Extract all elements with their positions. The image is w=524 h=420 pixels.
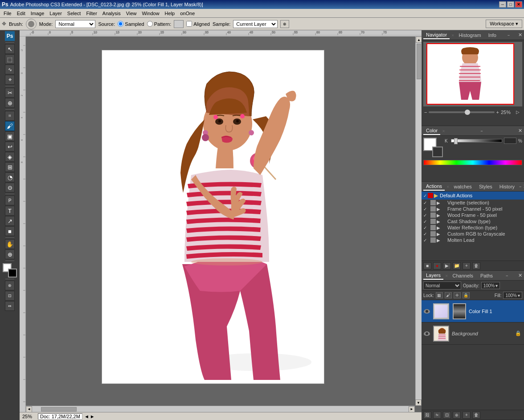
action-rgb-grayscale[interactable]: ✓ ▶ Custom RGB to Grayscale [422, 231, 524, 237]
background-color[interactable] [8, 269, 17, 277]
navigator-collapse-btn[interactable]: − [508, 33, 510, 37]
menu-image[interactable]: Image [28, 10, 47, 17]
tab-history[interactable]: History [497, 183, 517, 190]
nav-arrow-left[interactable]: ◄ [84, 414, 89, 419]
link-layers-btn[interactable]: ⛓ [423, 412, 431, 419]
layer-eye-1[interactable] [423, 308, 430, 315]
fill-value-area[interactable]: 100% ▾ [503, 292, 522, 299]
sampled-radio-label[interactable]: Sampled [118, 21, 144, 27]
play-btn[interactable]: ▶ [443, 262, 451, 269]
lock-position-btn[interactable]: ✛ [454, 292, 461, 298]
blur-tool[interactable]: ◔ [5, 172, 15, 182]
layer-color-fill-1[interactable]: Color Fill 1 [422, 300, 524, 322]
color-close-btn[interactable]: ✕ [518, 128, 522, 134]
layer-background[interactable]: Background 🔒 [422, 322, 524, 345]
quick-mask-btn[interactable]: ⊛ [5, 281, 15, 290]
menu-help[interactable]: Help [162, 10, 178, 17]
menu-select[interactable]: Select [65, 10, 84, 17]
type-tool[interactable]: T [5, 206, 15, 216]
imageready-btn[interactable]: ⇔ [5, 301, 15, 311]
maximize-button[interactable]: □ [507, 1, 514, 8]
menu-analysis[interactable]: Analysis [100, 10, 123, 17]
tab-channels[interactable]: Channels [450, 272, 475, 279]
scroll-right-btn[interactable]: ► [409, 406, 415, 412]
menu-layer[interactable]: Layer [47, 10, 65, 17]
brush-preview[interactable] [26, 19, 37, 29]
pattern-swatch[interactable] [174, 20, 184, 28]
blend-mode-select[interactable]: Normal [423, 281, 461, 290]
tab-histogram[interactable]: Histogram [456, 32, 484, 39]
marquee-tool[interactable]: ⬚ [5, 54, 15, 64]
action-water-reflection[interactable]: ✓ ▶ Water Reflection (type) [422, 224, 524, 231]
action-molten-lead[interactable]: ✓ ▶ Molten Lead [422, 237, 524, 243]
tab-navigator[interactable]: Navigator [423, 31, 450, 39]
new-fill-layer-btn[interactable]: ⊕ [453, 412, 461, 419]
sampled-radio[interactable] [118, 21, 123, 27]
nav-arrows[interactable]: ◄ ► [84, 414, 95, 419]
zoom-tool[interactable]: ⊕ [5, 249, 15, 259]
sample-select[interactable]: Current Layer [233, 20, 278, 28]
actions-collapse-btn[interactable]: − [519, 184, 521, 189]
brush-tool[interactable]: 🖌 [5, 121, 15, 131]
scroll-up-btn[interactable]: ▲ [416, 37, 422, 43]
navigator-close-btn[interactable]: ✕ [518, 32, 522, 38]
shape-tool[interactable]: ■ [5, 226, 15, 236]
layers-close-btn[interactable]: ✕ [518, 273, 522, 278]
pattern-radio[interactable] [147, 21, 153, 27]
new-action-btn[interactable]: + [463, 262, 471, 269]
action-vignette[interactable]: ✓ ▶ Vignette (selection) [422, 200, 524, 206]
layers-collapse-btn[interactable]: − [506, 273, 508, 278]
tab-watches[interactable]: watches [451, 183, 475, 190]
color-collapse-btn[interactable]: − [480, 129, 483, 133]
k-slider-track[interactable] [451, 139, 502, 143]
mode-select[interactable]: Normal [55, 20, 95, 28]
tab-color[interactable]: Color [423, 127, 440, 135]
pattern-radio-label[interactable]: Pattern: [147, 21, 172, 27]
scroll-thumb-v[interactable] [417, 44, 421, 79]
add-mask-btn[interactable]: ⊡ [443, 412, 451, 419]
tab-actions[interactable]: Actions [423, 183, 445, 191]
layer-eye-2[interactable] [423, 330, 430, 337]
tab-info[interactable]: Info [486, 32, 499, 39]
nav-preview[interactable] [423, 42, 522, 106]
menu-filter[interactable]: Filter [83, 10, 99, 17]
menu-window[interactable]: Window [139, 10, 162, 17]
tab-styles[interactable]: Styles [476, 183, 495, 190]
scroll-down-btn[interactable]: ▼ [415, 400, 422, 406]
history-brush-tool[interactable]: ↩ [5, 142, 15, 151]
lock-all-btn[interactable]: 🔒 [463, 292, 470, 298]
stop-btn[interactable]: ■ [423, 262, 431, 269]
new-folder-btn[interactable]: 📁 [453, 262, 461, 269]
dodge-tool[interactable]: ⊝ [5, 183, 15, 192]
k-slider-thumb[interactable] [454, 138, 458, 144]
k-value-input[interactable]: 0 [504, 138, 516, 144]
aligned-checkbox[interactable] [186, 21, 192, 27]
scroll-left-btn[interactable]: ◄ [26, 406, 32, 412]
zoom-slider-thumb[interactable] [465, 110, 470, 115]
move-tool[interactable]: ↖ [5, 44, 15, 54]
stamp-tool[interactable]: ▣ [5, 131, 15, 141]
record-btn[interactable]: ● [433, 262, 441, 269]
pen-tool[interactable]: P [5, 196, 15, 205]
eyedropper-tool[interactable]: ⊕ [5, 98, 15, 108]
path-select-tool[interactable]: ↗ [5, 216, 15, 226]
new-layer-btn[interactable]: + [463, 412, 471, 419]
action-wood-frame[interactable]: ✓ ▶ Wood Frame - 50 pixel [422, 212, 524, 218]
eraser-tool[interactable]: ◈ [5, 152, 15, 162]
menu-onone[interactable]: onOne [177, 10, 197, 17]
zoom-in-btn[interactable]: + [496, 110, 499, 115]
hand-tool[interactable]: ✋ [5, 239, 15, 249]
doc-info-area[interactable]: Doc: 17,2M/22,2M [38, 413, 82, 420]
canvas-scrollbar-horizontal[interactable]: ◄ ► [26, 406, 415, 412]
magic-wand-tool[interactable]: ⌖ [5, 75, 15, 85]
tab-layers[interactable]: Layers [423, 272, 443, 280]
aligned-checkbox-label[interactable]: Aligned [186, 21, 210, 27]
add-style-btn[interactable]: fx [433, 412, 441, 419]
lock-transparent-btn[interactable]: ▦ [436, 292, 443, 298]
opacity-value-area[interactable]: 100% ▾ [481, 282, 500, 289]
tab-paths[interactable]: Paths [478, 272, 495, 279]
default-actions-folder[interactable]: ✓ ▶ Default Actions [422, 192, 524, 200]
zoom-expand-btn[interactable]: ▷ [516, 110, 521, 115]
ignore-adj-btn[interactable]: ⊗ [280, 20, 289, 28]
scroll-thumb-h[interactable] [41, 407, 77, 412]
